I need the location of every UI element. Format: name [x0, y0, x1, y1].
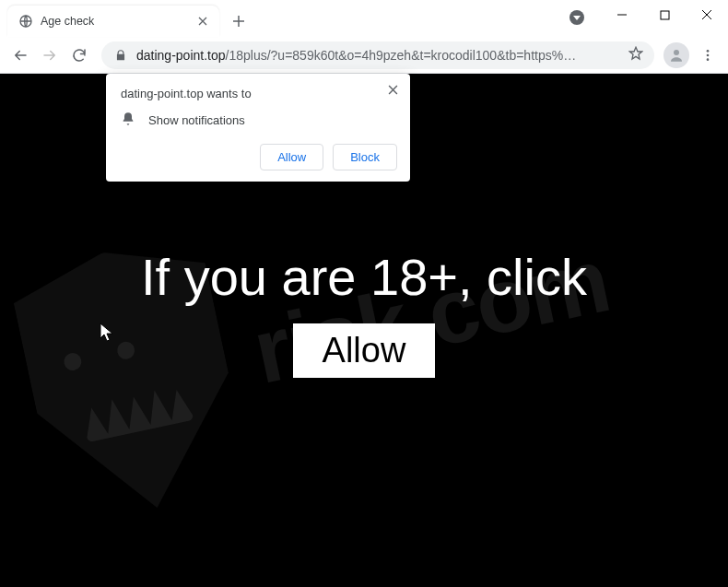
close-tab-icon[interactable]: [195, 14, 210, 29]
lock-icon[interactable]: [112, 48, 129, 63]
close-window-button[interactable]: [686, 0, 728, 29]
fake-allow-button[interactable]: Allow: [293, 323, 436, 378]
page-heading: If you are 18+, click: [141, 247, 587, 307]
url-path: /18plus/?u=859k60t&o=4h9pzeh&t=krocodil1…: [226, 48, 577, 63]
profile-avatar[interactable]: [663, 42, 689, 68]
block-button[interactable]: Block: [333, 144, 397, 170]
svg-rect-1: [661, 11, 669, 19]
svg-point-2: [674, 50, 679, 55]
prompt-capability: Show notifications: [148, 113, 245, 127]
browser-tab[interactable]: Age check: [7, 6, 219, 37]
bookmark-star-icon[interactable]: [625, 46, 643, 64]
tab-title: Age check: [41, 15, 195, 28]
menu-button[interactable]: [693, 41, 722, 70]
media-indicator-icon[interactable]: [569, 10, 584, 25]
svg-point-4: [707, 53, 710, 56]
back-button[interactable]: [6, 41, 35, 70]
allow-button[interactable]: Allow: [260, 144, 323, 170]
minimize-button[interactable]: [601, 0, 643, 29]
window-titlebar: Age check: [0, 0, 728, 37]
close-prompt-icon[interactable]: [382, 79, 403, 100]
notification-permission-prompt: dating-point.top wants to Show notificat…: [106, 74, 410, 182]
forward-button[interactable]: [35, 41, 65, 70]
bell-icon: [121, 112, 135, 129]
url-text: dating-point.top/18plus/?u=859k60t&o=4h9…: [136, 48, 625, 63]
new-tab-button[interactable]: [227, 9, 251, 33]
globe-icon: [18, 14, 33, 29]
svg-point-3: [707, 50, 710, 53]
maximize-button[interactable]: [643, 0, 686, 29]
prompt-origin-line: dating-point.top wants to: [121, 87, 397, 100]
window-controls: [601, 0, 728, 29]
reload-button[interactable]: [65, 41, 94, 70]
url-host: dating-point.top: [136, 48, 226, 63]
svg-point-5: [707, 58, 710, 61]
browser-toolbar: dating-point.top/18plus/?u=859k60t&o=4h9…: [0, 37, 728, 74]
address-bar[interactable]: dating-point.top/18plus/?u=859k60t&o=4h9…: [101, 41, 654, 69]
hero: If you are 18+, click Allow: [141, 247, 587, 378]
